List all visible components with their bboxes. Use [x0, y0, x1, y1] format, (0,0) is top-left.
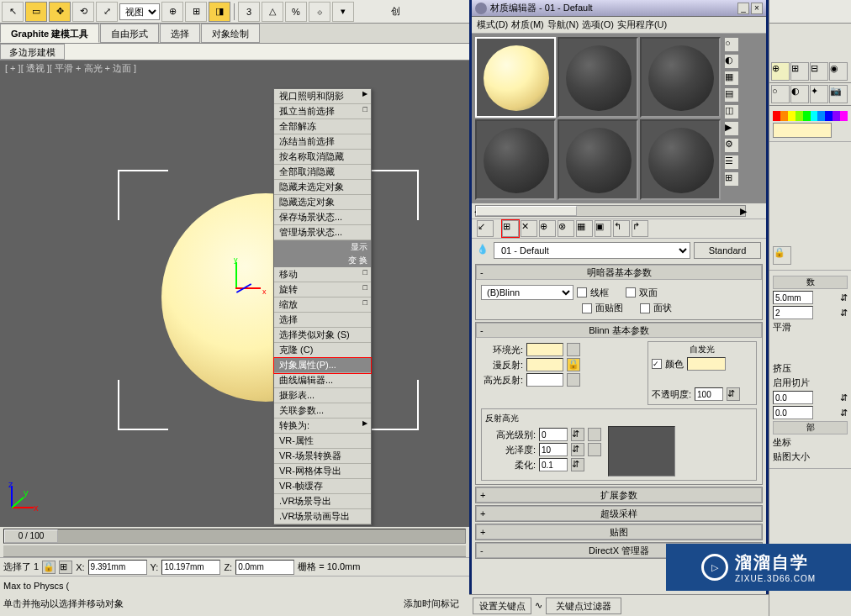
named-sel[interactable]: ▾: [332, 2, 354, 22]
cb-facemap[interactable]: [582, 303, 592, 313]
gloss-input[interactable]: [539, 443, 568, 456]
time-slider[interactable]: 0 / 100: [3, 529, 466, 544]
slice-to-input[interactable]: [773, 406, 813, 419]
tool-manip[interactable]: ⊞: [185, 2, 207, 22]
make-preview-icon[interactable]: ▶: [724, 121, 739, 136]
snap-3[interactable]: 3: [238, 2, 260, 22]
close-icon[interactable]: ×: [751, 3, 763, 14]
rollout-maps-hdr[interactable]: +贴图: [476, 524, 762, 540]
lock-icon[interactable]: 🔒: [567, 358, 580, 371]
cb-2side[interactable]: [626, 287, 636, 297]
tab-motion-icon[interactable]: ◉: [829, 62, 848, 81]
mat-scroll-h[interactable]: ◀▶: [475, 205, 746, 217]
cb-facet[interactable]: [640, 303, 650, 313]
menu-mode[interactable]: 模式(D): [477, 18, 508, 31]
ctx-dope-sheet[interactable]: 摄影表...: [274, 388, 371, 403]
ctx-unhide-all[interactable]: 全部取消隐藏: [274, 165, 371, 180]
shapes-icon[interactable]: ◐: [790, 85, 809, 103]
rollout-supersample-hdr[interactable]: +超级采样: [476, 506, 762, 521]
color-palette[interactable]: [773, 111, 848, 121]
snap-pct[interactable]: %: [285, 2, 307, 22]
mat-slot-3[interactable]: [640, 37, 721, 118]
put-to-lib-icon[interactable]: ⊕: [539, 220, 556, 237]
ambient-swatch[interactable]: [526, 343, 563, 356]
menu-nav[interactable]: 导航(N): [547, 18, 579, 31]
eyedropper-icon[interactable]: 💧: [477, 244, 490, 257]
time-thumb[interactable]: 0 / 100: [4, 529, 58, 543]
go-parent-icon[interactable]: ↰: [613, 220, 630, 237]
pivot-hdr[interactable]: 部: [773, 421, 848, 434]
ctx-save-state[interactable]: 保存场景状态...: [274, 210, 371, 225]
cb-wire[interactable]: [577, 287, 587, 297]
ctx-vr-anim-export[interactable]: .VR场景动画导出: [274, 509, 371, 524]
speclevel-input[interactable]: [539, 428, 568, 441]
ctx-vr-mesh-export[interactable]: VR-网格体导出: [274, 464, 371, 479]
tool-select[interactable]: ↖: [2, 2, 24, 22]
speclevel-map[interactable]: [588, 428, 601, 441]
tool-select-box[interactable]: ▭: [25, 2, 47, 22]
menu-options[interactable]: 选项(O): [582, 18, 614, 31]
show-map-icon[interactable]: ▦: [576, 220, 593, 237]
opacity-input[interactable]: [695, 387, 723, 401]
slice-from-input[interactable]: [773, 391, 813, 404]
tool-rotate[interactable]: ⟲: [72, 2, 94, 22]
gloss-spin[interactable]: ⇵: [571, 443, 584, 456]
ctx-viewport-lighting[interactable]: 视口照明和阴影: [274, 89, 371, 104]
ctx-vr-scene-export[interactable]: .VR场景导出: [274, 494, 371, 509]
mat-slot-2[interactable]: [558, 37, 638, 118]
specular-map[interactable]: [567, 373, 580, 387]
segs-input[interactable]: [773, 306, 813, 319]
mat-slot-1[interactable]: [475, 37, 556, 118]
snap-spinner[interactable]: ⟐: [309, 2, 330, 22]
go-sibling-icon[interactable]: ↱: [632, 220, 648, 237]
soften-spin[interactable]: ⇵: [571, 458, 584, 471]
ctx-freeze-sel[interactable]: 冻结当前选择: [274, 134, 371, 150]
background-icon[interactable]: ▦: [724, 71, 739, 86]
sample-uv-icon[interactable]: ▤: [724, 87, 739, 103]
specular-swatch[interactable]: [526, 373, 563, 387]
video-check-icon[interactable]: ◫: [724, 104, 739, 119]
lights-icon[interactable]: ✦: [810, 85, 828, 103]
tab-select[interactable]: 选择: [160, 24, 200, 43]
menu-utils[interactable]: 实用程序(U): [617, 18, 667, 31]
ctx-hide-sel[interactable]: 隐藏选定对象: [274, 195, 371, 210]
rollout-blinn-hdr[interactable]: -Blinn 基本参数: [476, 323, 762, 338]
ctx-object-props[interactable]: 对象属性(P)...: [274, 358, 371, 373]
viewport[interactable]: [ + ][ 透视 ][ 平滑 + 高光 + 边面 ] x y x z y: [0, 61, 469, 526]
mat-type-button[interactable]: Standard: [694, 242, 761, 259]
assign-mat-icon[interactable]: ⊞: [502, 220, 519, 237]
mat-name-select[interactable]: 01 - Default: [494, 242, 690, 259]
key-filter-button[interactable]: 关键点过滤器: [546, 598, 621, 614]
mat-slot-4[interactable]: [475, 119, 556, 200]
ctx-vr-props[interactable]: VR-属性: [274, 434, 371, 449]
tab-freeform[interactable]: 自由形式: [100, 24, 159, 43]
show-end-icon[interactable]: ▣: [595, 220, 611, 237]
ctx-move[interactable]: 移动: [274, 267, 371, 282]
tool-move[interactable]: ✥: [49, 2, 71, 22]
rollout-extended-hdr[interactable]: +扩展参数: [476, 487, 762, 503]
cb-selfillum-color[interactable]: [652, 359, 662, 369]
params-hdr[interactable]: 数: [773, 276, 848, 289]
tool-pivot[interactable]: ⊕: [161, 2, 183, 22]
tab-modify-icon[interactable]: ⊞: [790, 62, 809, 81]
ref-coord-select[interactable]: 视图: [119, 3, 160, 20]
tab-create-icon[interactable]: ⊕: [771, 62, 790, 81]
lock-icon[interactable]: 🔒: [773, 246, 791, 265]
tab-graphite[interactable]: Graphite 建模工具: [0, 24, 99, 43]
mat-effects-icon[interactable]: ⊗: [558, 220, 574, 237]
options-icon[interactable]: ⚙: [724, 138, 739, 153]
ctx-isolate[interactable]: 孤立当前选择: [274, 104, 371, 119]
soften-input[interactable]: [539, 458, 568, 471]
ctx-hide-unsel[interactable]: 隐藏未选定对象: [274, 180, 371, 195]
rollout-shader-hdr[interactable]: -明暗器基本参数: [476, 265, 762, 280]
time-ruler[interactable]: [3, 545, 466, 557]
ctx-clone[interactable]: 克隆 (C): [274, 343, 371, 358]
ctx-rotate[interactable]: 旋转: [274, 282, 371, 297]
lock-sel-icon[interactable]: 🔒: [42, 561, 56, 574]
add-time-tag[interactable]: 添加时间标记: [404, 598, 459, 610]
ctx-vr-scene-conv[interactable]: VR-场景转换器: [274, 449, 371, 464]
tab-hierarchy-icon[interactable]: ⊟: [810, 62, 828, 81]
ctx-wire-params[interactable]: 关联参数...: [274, 403, 371, 419]
ctx-curve-editor[interactable]: 曲线编辑器...: [274, 373, 371, 388]
backlight-icon[interactable]: ◐: [724, 54, 739, 69]
